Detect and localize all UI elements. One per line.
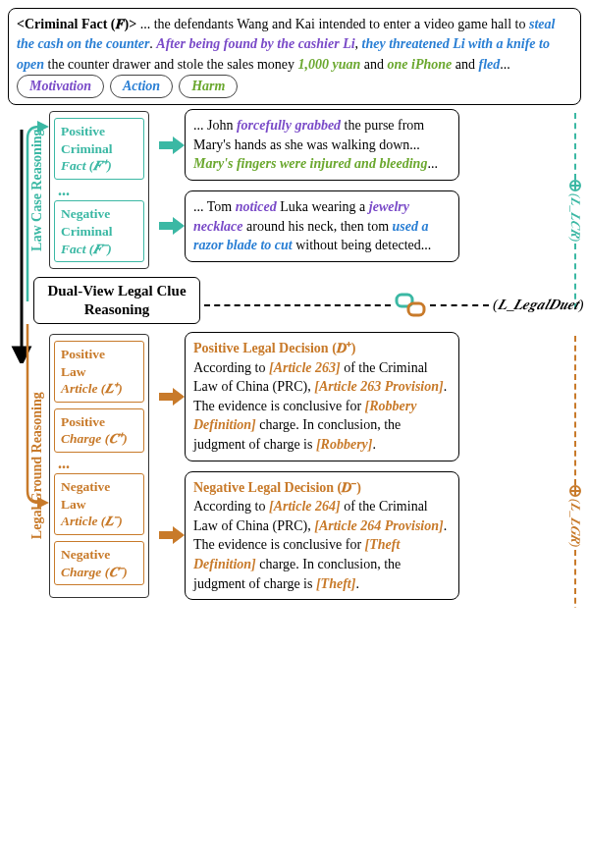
lcr-vertical-label: Law Case Reasoning [27, 109, 47, 271]
fact-motivation-2: After being found by the cashier Li [156, 36, 354, 51]
lgr-loss-rail: (𝑳_𝑳𝑮𝑹) [567, 336, 583, 608]
negative-law-box: Negative Law Article (𝑳⁻) [54, 473, 144, 535]
orange-arrow-icon [159, 387, 185, 407]
negative-charge-box: Negative Charge (𝑪⁻) [54, 541, 144, 585]
negative-case-box: ... Tom noticed Luka wearing a jewelry n… [185, 190, 459, 262]
fact-title: <Criminal Fact (𝑭)> [17, 17, 136, 31]
lcr-dots: ... [54, 186, 144, 195]
negative-fact-box: Negative Criminal Fact (𝑭⁻) [54, 200, 144, 262]
fact-text-3: , [355, 36, 362, 51]
criminal-fact-panel: <Criminal Fact (𝑭)> ... the defendants W… [8, 8, 581, 105]
orange-arrow-icon [159, 525, 185, 545]
svg-marker-9 [159, 526, 185, 544]
legend-harm: Harm [179, 75, 238, 98]
positive-law-box: Positive Law Article (𝑳⁺) [54, 341, 144, 403]
plus-circle-icon [569, 485, 581, 497]
pos-decision-title: Positive Legal Decision (𝑫⁺) [193, 339, 451, 358]
lgr-loss-label: (𝑳_𝑳𝑮𝑹) [567, 499, 583, 547]
positive-charge-box: Positive Charge (𝑪⁺) [54, 408, 144, 453]
legalduet-loss-label: (𝑳_𝑳𝒆𝒈𝒂𝒍𝑫𝒖𝒆𝒕) [493, 297, 584, 313]
dashed-connector-2 [430, 304, 489, 306]
fact-text-7: ... [500, 57, 510, 72]
positive-case-box: ... John forcefully grabbed the purse fr… [185, 109, 459, 181]
lgr-decisions-column: Positive Legal Decision (𝑫⁺) According t… [159, 332, 459, 600]
fact-text-6: and [452, 57, 478, 72]
legend-action: Action [110, 75, 173, 98]
lcr-cases-column: ... John forcefully grabbed the purse fr… [159, 109, 459, 271]
svg-marker-8 [159, 388, 185, 406]
positive-fact-box: Positive Criminal Fact (𝑭⁺) [54, 118, 144, 180]
teal-arrow-icon [159, 216, 185, 236]
lgr-dots: ... [54, 459, 144, 468]
teal-arrow-icon [159, 136, 185, 155]
svg-marker-4 [159, 217, 185, 235]
lgr-boxes-column: Positive Law Article (𝑳⁺) Positive Charg… [49, 334, 149, 598]
lcr-boxes-column: Positive Criminal Fact (𝑭⁺) ... Negative… [49, 111, 149, 269]
lcr-section: Law Case Reasoning Positive Criminal Fac… [8, 109, 581, 271]
plus-circle-icon [569, 180, 581, 191]
lcr-loss-label: (𝑳_𝑳𝑪𝑹) [567, 193, 583, 242]
dual-view-box: Dual-View Legal Clue Reasoning [33, 277, 200, 324]
fact-text-5: and [360, 57, 387, 72]
chain-link-icon [395, 291, 428, 324]
svg-rect-6 [408, 303, 424, 315]
fact-text-1: ... the defendants Wang and Kai intended… [136, 17, 529, 31]
fact-harm-1: 1,000 yuan [298, 57, 361, 72]
neg-decision-title: Negative Legal Decision (𝑫⁻) [193, 478, 451, 498]
fact-action-2: fled [479, 57, 501, 72]
lgr-section: Legal Ground Reasoning Positive Law Arti… [8, 332, 581, 600]
legend-motivation: Motivation [17, 75, 104, 98]
positive-decision-box: Positive Legal Decision (𝑫⁺) According t… [185, 332, 459, 461]
lgr-vertical-label: Legal Ground Reasoning [27, 332, 47, 600]
svg-marker-3 [159, 136, 185, 154]
negative-decision-box: Negative Legal Decision (𝑫⁻) According t… [185, 471, 459, 601]
dashed-connector [204, 304, 391, 306]
legend-row: Motivation Action Harm [17, 75, 238, 98]
fact-harm-2: one iPhone [388, 57, 453, 72]
fact-text-4: the counter drawer and stole the sales m… [44, 57, 298, 72]
